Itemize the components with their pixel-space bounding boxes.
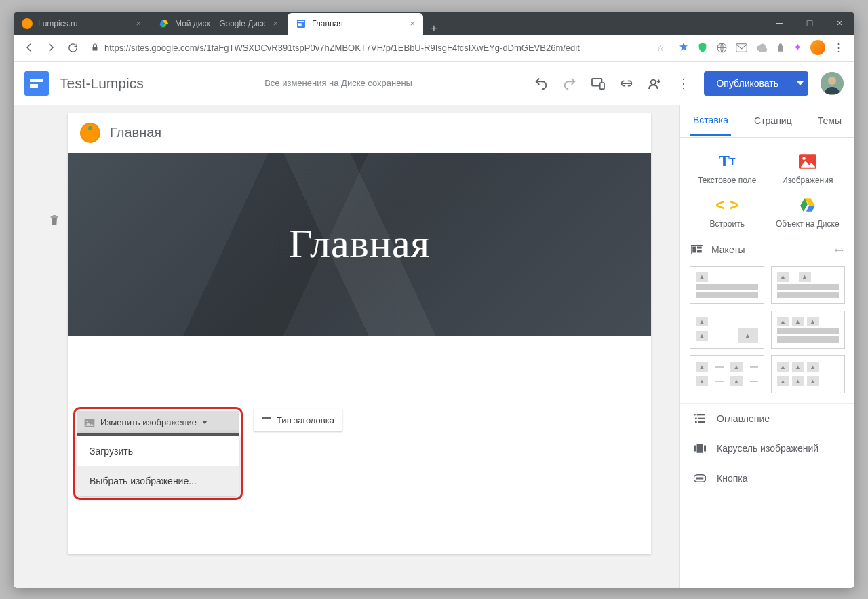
layout-option[interactable]: ▲▲ ▲▲ (690, 355, 764, 393)
menu-icon[interactable]: ⋮ (833, 41, 844, 54)
layout-option[interactable]: ▲ ▲▲ (690, 311, 764, 349)
tab-insert[interactable]: Вставка (690, 107, 731, 136)
change-image-button[interactable]: Изменить изображение (77, 411, 239, 434)
svg-rect-2 (298, 23, 302, 26)
star-icon[interactable]: ☆ (656, 43, 665, 53)
tab-pages[interactable]: Страниц (751, 107, 795, 134)
close-icon[interactable]: × (136, 18, 141, 28)
layout-option[interactable]: ▲▲ (771, 266, 846, 304)
insert-textbox[interactable]: TT Текстовое поле (688, 150, 766, 188)
component-list: Оглавление Карусель изображений Кнопка (680, 403, 854, 493)
header-actions: ⋮ Опубликовать (533, 71, 844, 96)
maximize-button[interactable]: □ (795, 12, 825, 35)
shield-icon[interactable] (697, 42, 708, 53)
svg-rect-19 (697, 414, 705, 415)
publish-group: Опубликовать (704, 71, 808, 96)
window-controls: ─ □ × (765, 12, 854, 35)
globe-icon[interactable] (716, 42, 728, 54)
redo-button[interactable] (561, 75, 578, 92)
collapse-icon[interactable]: ⤢ (831, 242, 847, 258)
close-window-button[interactable]: × (825, 12, 854, 35)
more-button[interactable]: ⋮ (675, 75, 692, 92)
svg-rect-4 (736, 43, 747, 51)
svg-rect-6 (600, 83, 604, 89)
hero-toolbar: Изменить изображение Загрузить Выбрать и… (73, 407, 342, 500)
page-nav-title[interactable]: Главная (110, 125, 161, 140)
insert-embed[interactable]: < > Встроить (688, 193, 766, 231)
header-type-label: Тип заголовка (277, 415, 334, 425)
tab-strip: Lumpics.ru × Мой диск – Google Диск × Гл… (14, 12, 765, 35)
drive-favicon-icon (159, 18, 170, 29)
cloud-icon[interactable] (755, 43, 768, 52)
back-button[interactable] (19, 37, 39, 58)
close-icon[interactable]: × (410, 18, 415, 28)
layout-option[interactable]: ▲ (690, 266, 764, 304)
ext-icon[interactable] (776, 42, 785, 53)
app-header: Test-Lumpics Все изменения на Диске сохр… (14, 62, 854, 105)
embed-icon: < > (715, 196, 739, 214)
tab-label: Мой диск – Google Диск (175, 19, 267, 28)
svg-rect-24 (694, 445, 696, 451)
insert-button[interactable]: Кнопка (680, 463, 854, 493)
insert-drive[interactable]: Объект на Диске (769, 193, 847, 231)
user-avatar[interactable] (821, 72, 844, 95)
images-icon (799, 153, 816, 170)
svg-rect-15 (692, 247, 696, 253)
publish-button[interactable]: Опубликовать (704, 71, 791, 96)
layouts-header: Макеты ⤢ (680, 237, 854, 263)
tab-themes[interactable]: Темы (815, 107, 844, 134)
insert-grid: TT Текстовое поле Изображения < > Встрои… (680, 138, 854, 237)
site-title[interactable]: Test-Lumpics (60, 75, 144, 92)
svg-point-9 (828, 77, 836, 85)
page-nav-row: Главная (68, 113, 651, 153)
new-tab-button[interactable]: + (425, 22, 443, 35)
header-type-button[interactable]: Тип заголовка (254, 409, 342, 431)
tab-lumpics[interactable]: Lumpics.ru × (14, 13, 149, 35)
address-bar: https://sites.google.com/s/1faFgTWSXDCvR… (14, 35, 854, 62)
close-icon[interactable]: × (273, 18, 278, 28)
svg-rect-1 (298, 21, 304, 22)
tab-sites[interactable]: Главная × (288, 13, 423, 35)
site-logo-icon[interactable] (80, 123, 100, 143)
insert-images[interactable]: Изображения (769, 150, 847, 188)
svg-rect-23 (698, 421, 705, 423)
dropdown-select-image[interactable]: Выбрать изображение... (77, 466, 239, 496)
header-type-icon (262, 417, 271, 423)
hero-title[interactable]: Главная (289, 220, 430, 267)
extension-icons: ✦ ⋮ (673, 40, 849, 55)
minimize-button[interactable]: ─ (765, 12, 795, 35)
sites-logo-icon[interactable] (24, 71, 49, 96)
publish-dropdown-button[interactable] (791, 71, 808, 96)
url-field[interactable]: https://sites.google.com/s/1faFgTWSXDCvR… (84, 37, 671, 58)
undo-button[interactable] (533, 75, 549, 92)
delete-icon[interactable] (49, 214, 60, 226)
drive-icon (799, 196, 816, 214)
sites-favicon-icon (296, 18, 307, 29)
lock-icon (91, 43, 99, 52)
mail-icon[interactable] (736, 43, 747, 52)
dropdown-upload[interactable]: Загрузить (77, 436, 239, 466)
forward-button[interactable] (41, 37, 61, 58)
insert-toc[interactable]: Оглавление (680, 404, 854, 433)
tab-drive[interactable]: Мой диск – Google Диск × (151, 13, 286, 35)
svg-rect-25 (697, 444, 703, 453)
app-body: Главная Главная Изменить изображение (14, 105, 854, 588)
ext-icon[interactable]: ✦ (793, 41, 802, 54)
layout-option[interactable]: ▲▲▲ ▲▲▲ (771, 355, 846, 393)
preview-button[interactable] (590, 75, 606, 92)
insert-carousel[interactable]: Карусель изображений (680, 433, 854, 463)
ext-icon[interactable] (678, 42, 689, 53)
profile-avatar-icon[interactable] (810, 40, 825, 55)
hero-section[interactable]: Главная (68, 153, 651, 336)
share-button[interactable] (647, 75, 663, 92)
layout-option[interactable]: ▲▲▲ (771, 311, 846, 349)
carousel-icon (694, 444, 706, 453)
link-button[interactable] (618, 75, 635, 92)
orange-favicon-icon (22, 18, 33, 29)
reload-button[interactable] (62, 37, 83, 58)
url-text: https://sites.google.com/s/1faFgTWSXDCvR… (104, 43, 651, 53)
chevron-down-icon (202, 421, 208, 424)
image-icon (84, 418, 95, 427)
save-status: Все изменения на Диске сохранены (155, 78, 523, 88)
svg-rect-20 (695, 417, 697, 419)
